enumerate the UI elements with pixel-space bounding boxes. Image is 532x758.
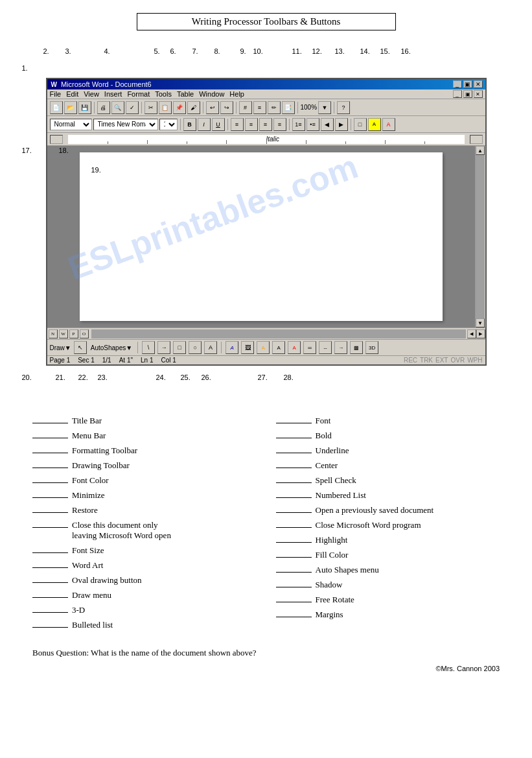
redo-btn[interactable]: ↪ <box>220 101 233 114</box>
window-restore-btn[interactable]: ▣ <box>463 90 472 98</box>
fill-row-13: 3-D <box>32 605 257 615</box>
style-dropdown[interactable]: Normal <box>50 119 92 130</box>
italic-btn[interactable]: I <box>198 118 211 131</box>
label-autoshapes: Auto Shapes menu <box>316 565 379 575</box>
menu-table[interactable]: Table <box>177 90 194 98</box>
fontcolor2-btn[interactable]: A <box>288 341 301 354</box>
select-btn[interactable]: ↖ <box>74 341 87 354</box>
label-margins: Margins <box>316 610 343 620</box>
horizontal-scrollbar[interactable] <box>91 329 466 338</box>
scroll-up-btn[interactable]: ▲ <box>476 146 485 155</box>
sep4 <box>236 102 237 113</box>
scroll-right-btn[interactable]: ▶ <box>476 329 485 338</box>
dashstyle-btn[interactable]: -- <box>319 341 332 354</box>
autoshapes-label[interactable]: AutoShapes▼ <box>91 344 132 351</box>
title-controls[interactable]: _ ▣ ✕ <box>453 80 483 88</box>
shadow2-btn[interactable]: ▩ <box>350 341 363 354</box>
fill-row-r1: Font <box>276 416 500 426</box>
menu-bar[interactable]: File Edit View Insert Format Tools Table… <box>47 89 485 99</box>
highlight-btn[interactable]: A <box>368 118 381 131</box>
copy-btn[interactable]: 📋 <box>159 101 172 114</box>
vertical-scrollbar[interactable]: ▲ ▼ <box>475 146 485 327</box>
scroll-dn-btn[interactable]: ▼ <box>476 318 485 327</box>
drawing-btn[interactable]: ✏ <box>268 101 281 114</box>
fill-line-r10 <box>276 557 312 558</box>
format-painter-btn[interactable]: 🖌 <box>187 101 200 114</box>
fill-line-r2 <box>276 438 312 438</box>
document-area: ESLprintables.com <box>47 146 475 327</box>
help-btn[interactable]: ? <box>337 101 350 114</box>
textbox-btn[interactable]: A <box>204 341 217 354</box>
numberedlist-btn[interactable]: 1≡ <box>292 118 305 131</box>
drawing-toolbar: Draw▼ ↖ AutoShapes▼ \ → □ ○ A A 🖼 A A A … <box>47 339 485 355</box>
menu-view[interactable]: View <box>84 90 99 98</box>
print-preview-btn[interactable]: 🔍 <box>111 101 124 114</box>
cut-btn[interactable]: ✂ <box>145 101 157 114</box>
fillcolor2-btn[interactable]: A <box>257 341 270 354</box>
scroll-left-btn[interactable]: ◀ <box>467 329 476 338</box>
border-btn[interactable]: □ <box>354 118 367 131</box>
view-outline-btn[interactable]: O <box>80 329 89 338</box>
open-btn[interactable]: 📂 <box>64 101 77 114</box>
table-btn[interactable]: # <box>239 101 252 114</box>
view-print-btn[interactable]: P <box>69 329 78 338</box>
align-center-btn[interactable]: ≡ <box>245 118 258 131</box>
docmap-btn[interactable]: 📑 <box>282 101 295 114</box>
justify-btn[interactable]: ≡ <box>273 118 286 131</box>
bulletlist-btn[interactable]: •≡ <box>306 118 319 131</box>
window-close-btn[interactable]: ✕ <box>474 90 483 98</box>
arrow-btn[interactable]: → <box>157 341 170 354</box>
align-right-btn[interactable]: ≡ <box>259 118 272 131</box>
fontcolor-btn[interactable]: A <box>382 118 395 131</box>
minimize-btn[interactable]: _ <box>453 80 462 88</box>
draw-menu-label[interactable]: Draw▼ <box>50 344 71 351</box>
decrease-indent-btn[interactable]: ◀ <box>321 118 334 131</box>
menu-tools[interactable]: Tools <box>155 90 172 98</box>
font-dropdown[interactable]: Times New Roman <box>93 119 158 130</box>
window-min-btn[interactable]: _ <box>453 90 462 98</box>
linecolor-btn[interactable]: A <box>272 341 285 354</box>
underline-btn[interactable]: U <box>212 118 225 131</box>
fill-row-r3: Underline <box>276 445 500 456</box>
3d-btn[interactable]: 3D <box>365 341 378 354</box>
size-dropdown[interactable]: 14 <box>159 119 178 130</box>
linestyle-btn[interactable]: ═ <box>303 341 316 354</box>
fill-row-1: Title Bar <box>32 416 257 426</box>
menu-window[interactable]: Window <box>199 90 224 98</box>
increase-indent-btn[interactable]: ▶ <box>335 118 348 131</box>
new-btn[interactable]: 📄 <box>50 101 63 114</box>
sep1 <box>94 102 95 113</box>
oval-btn[interactable]: ○ <box>189 341 202 354</box>
copyright: ©Mrs. Cannon 2003 <box>32 665 500 672</box>
view-web-btn[interactable]: W <box>59 329 68 338</box>
ann-20: 20. <box>22 373 32 381</box>
menu-insert[interactable]: Insert <box>104 90 122 98</box>
undo-btn[interactable]: ↩ <box>206 101 219 114</box>
rect-btn[interactable]: □ <box>173 341 186 354</box>
wordart-btn[interactable]: A <box>226 341 238 354</box>
fill-line-r7 <box>276 512 312 513</box>
close-btn[interactable]: ✕ <box>474 80 483 88</box>
menu-edit[interactable]: Edit <box>66 90 78 98</box>
status-bar: Page 1 Sec 1 1/1 At 1" Ln 1 Col 1 REC TR… <box>47 355 485 364</box>
title-bar-left: W Microsoft Word - Document6 <box>50 80 152 88</box>
fill-line-2 <box>32 438 68 438</box>
zoom-dropdown[interactable]: ▼ <box>318 101 331 114</box>
line-btn[interactable]: \ <box>142 341 155 354</box>
arrowstyle-btn[interactable]: → <box>334 341 347 354</box>
bold-btn[interactable]: B <box>183 118 196 131</box>
view-normal-btn[interactable]: N <box>49 329 58 338</box>
save-btn[interactable]: 💾 <box>78 101 91 114</box>
restore-btn[interactable]: ▣ <box>463 80 472 88</box>
menu-format[interactable]: Format <box>127 90 150 98</box>
fill-row-r11: Auto Shapes menu <box>276 565 500 575</box>
menu-help[interactable]: Help <box>229 90 244 98</box>
italic-label: Italic <box>266 136 280 143</box>
menu-file[interactable]: File <box>50 90 62 98</box>
spellcheck-btn[interactable]: ✓ <box>126 101 139 114</box>
align-left-btn[interactable]: ≡ <box>231 118 244 131</box>
paste-btn[interactable]: 📌 <box>173 101 186 114</box>
col-btn[interactable]: ≡ <box>253 101 266 114</box>
clipart-btn[interactable]: 🖼 <box>241 341 254 354</box>
print-btn[interactable]: 🖨 <box>97 101 110 114</box>
